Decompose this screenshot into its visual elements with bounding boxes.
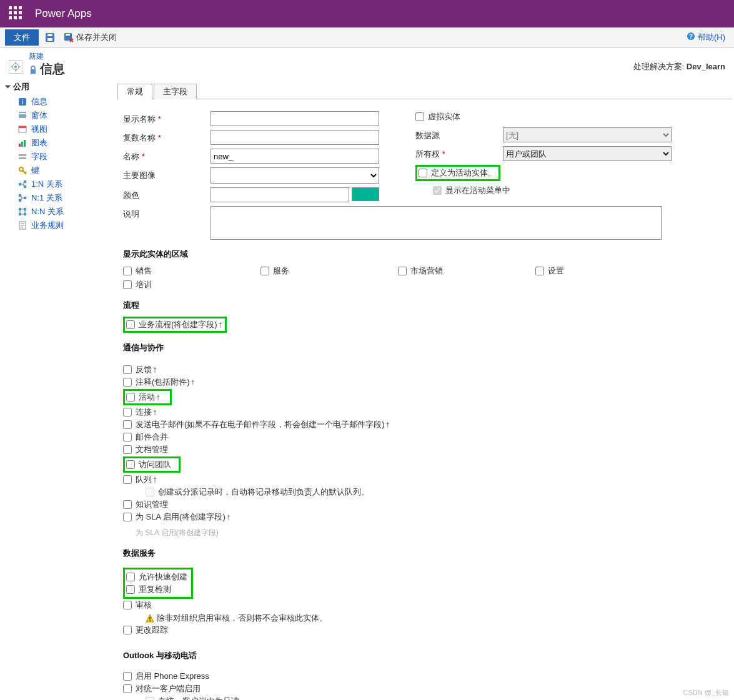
knowledge-checkbox[interactable]: [123, 500, 132, 509]
sidebar-item-label: 键: [31, 165, 39, 176]
connections-checkbox[interactable]: [123, 408, 132, 417]
bpf-checkbox[interactable]: [126, 320, 135, 329]
svg-rect-18: [24, 140, 26, 147]
audit-checkbox[interactable]: [123, 601, 132, 609]
svg-rect-12: [19, 112, 26, 118]
display-name-input[interactable]: [211, 111, 379, 126]
sidebar-group-common[interactable]: 公用: [6, 81, 109, 92]
save-icon: [45, 32, 55, 42]
activities-checkbox[interactable]: [126, 393, 135, 402]
desc-textarea[interactable]: [211, 206, 662, 240]
sidebar-item-views[interactable]: 视图: [6, 122, 109, 136]
sidebar-item-label: N:1 关系: [31, 192, 62, 204]
highlight-data-services: 允许快速创建 重复检测: [123, 568, 193, 599]
svg-rect-24: [24, 185, 26, 188]
sidebar-item-label: 业务规则: [31, 220, 64, 231]
virtual-entity-checkbox[interactable]: [415, 112, 424, 121]
svg-rect-20: [19, 157, 26, 159]
plural-name-input[interactable]: [211, 130, 379, 145]
sla-label: 为 SLA 启用(将创建字段): [136, 511, 226, 523]
sidebar-item-rel-nn[interactable]: N:N 关系: [6, 205, 109, 219]
help-icon[interactable]: ?: [687, 32, 695, 42]
highlight-is-activity: 定义为活动实体。: [415, 165, 500, 181]
svg-rect-19: [19, 154, 26, 156]
sidebar-item-label: 视图: [31, 124, 47, 135]
highlight-activities: 活动†: [123, 389, 172, 405]
form-icon: [17, 111, 27, 121]
bpf-label: 业务流程(将创建字段): [139, 319, 217, 330]
mail-merge-checkbox[interactable]: [123, 433, 132, 441]
is-activity-checkbox[interactable]: [419, 169, 427, 177]
feedback-label: 反馈: [136, 364, 152, 375]
sidebar-item-charts[interactable]: 图表: [6, 136, 109, 150]
send-email-checkbox[interactable]: [123, 420, 132, 429]
file-button[interactable]: 文件: [5, 29, 39, 46]
quick-create-checkbox[interactable]: [126, 573, 135, 581]
area-service-checkbox[interactable]: [260, 267, 269, 275]
sidebar-item-rel-1n[interactable]: 1:N 关系: [6, 177, 109, 191]
queue-default-label: 创建或分派记录时，自动将记录移动到负责人的默认队列。: [158, 486, 369, 498]
area-sales-label: 销售: [136, 265, 152, 277]
datasource-select[interactable]: [无]: [503, 127, 672, 142]
sidebar-group-label: 公用: [13, 81, 29, 92]
area-marketing-checkbox[interactable]: [398, 267, 407, 275]
sidebar-item-business-rules[interactable]: 业务规则: [6, 219, 109, 232]
area-training-label: 培训: [136, 279, 152, 290]
sidebar: 公用 i信息 窗体 视图 图表 字段 键 1:N 关系 N:1 关系 N:N 关…: [2, 80, 112, 700]
solution-name: 处理解决方案: Dev_learn: [633, 61, 725, 72]
outlook-section-title: Outlook 与移动电话: [123, 650, 726, 661]
image-select[interactable]: [211, 167, 379, 184]
rel-nn-icon: [17, 207, 27, 217]
phone-express-label: 启用 Phone Express: [136, 671, 209, 682]
phone-express-checkbox[interactable]: [123, 672, 132, 681]
area-settings-checkbox[interactable]: [535, 267, 544, 275]
sidebar-item-label: N:N 关系: [31, 206, 64, 217]
connections-label: 连接: [136, 407, 152, 418]
show-activity-menu-label: 显示在活动菜单中: [445, 185, 510, 196]
unified-client-checkbox[interactable]: [123, 684, 132, 693]
sidebar-item-keys[interactable]: 键: [6, 164, 109, 177]
sidebar-item-fields[interactable]: 字段: [6, 150, 109, 164]
sidebar-item-info[interactable]: i信息: [6, 95, 109, 109]
image-label: 主要图像: [123, 167, 211, 181]
save-close-button[interactable]: 保存并关闭: [64, 32, 117, 43]
svg-text:i: i: [22, 99, 23, 106]
notes-checkbox[interactable]: [123, 378, 132, 387]
doc-mgmt-label: 文档管理: [136, 444, 168, 455]
doc-mgmt-checkbox[interactable]: [123, 445, 132, 454]
info-icon: i: [17, 97, 27, 107]
entity-header: 新建 信息 处理解决方案: Dev_learn: [0, 47, 734, 79]
change-track-checkbox[interactable]: [123, 626, 132, 634]
svg-rect-1: [47, 34, 52, 36]
rel-n1-icon: [17, 193, 27, 203]
quick-create-label: 允许快速创建: [139, 571, 187, 583]
name-input[interactable]: [211, 149, 379, 164]
sidebar-item-forms[interactable]: 窗体: [6, 109, 109, 122]
svg-rect-16: [19, 144, 21, 147]
knowledge-label: 知识管理: [136, 499, 168, 510]
area-sales-checkbox[interactable]: [123, 267, 132, 275]
sidebar-item-rel-n1[interactable]: N:1 关系: [6, 191, 109, 205]
color-input[interactable]: [211, 187, 349, 202]
queues-checkbox[interactable]: [123, 475, 132, 484]
svg-rect-30: [24, 208, 26, 210]
save-button[interactable]: [45, 32, 57, 42]
color-swatch[interactable]: [352, 187, 379, 201]
access-team-checkbox[interactable]: [126, 460, 135, 469]
feedback-checkbox[interactable]: [123, 365, 132, 374]
ownership-select[interactable]: 用户或团队: [503, 146, 672, 161]
waffle-icon[interactable]: [9, 6, 24, 21]
tab-general[interactable]: 常规: [117, 84, 152, 99]
save-close-label: 保存并关闭: [76, 32, 117, 43]
sla-checkbox[interactable]: [123, 513, 132, 521]
help-link[interactable]: 帮助(H): [698, 32, 725, 43]
dup-detect-checkbox[interactable]: [126, 585, 135, 594]
show-activity-menu-checkbox: [433, 186, 442, 195]
page-title: 信息: [40, 61, 65, 77]
area-training-checkbox[interactable]: [123, 280, 132, 289]
is-activity-label: 定义为活动实体。: [431, 167, 496, 179]
name-label: 名称 *: [123, 149, 211, 162]
sidebar-item-label: 字段: [31, 151, 47, 162]
highlight-bpf: 业务流程(将创建字段)†: [123, 317, 227, 333]
tab-primary-field[interactable]: 主字段: [154, 84, 197, 99]
